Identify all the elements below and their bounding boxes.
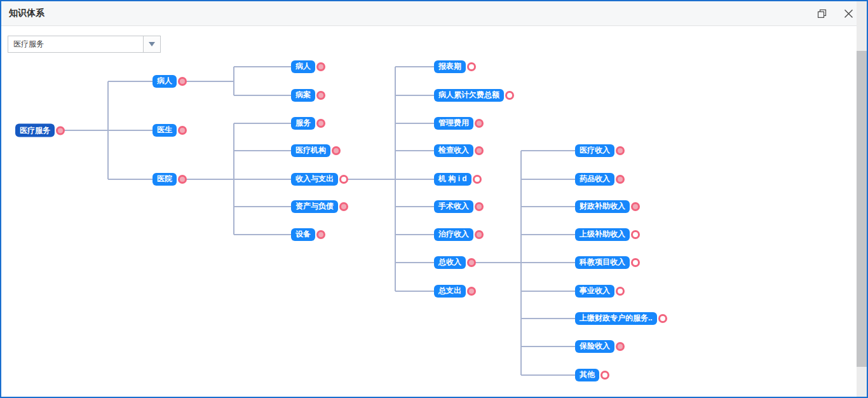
tree-node-label-superior-subsidy-income[interactable]: 上级补助收入 [575, 228, 630, 241]
tree-node-medical-income: 医疗收入 [575, 144, 625, 157]
tree-node-label-equipment[interactable]: 设备 [291, 228, 315, 241]
tree-node-medical-institution: 医疗机构 [291, 144, 341, 157]
dropdown-arrow-button[interactable] [143, 36, 160, 52]
tree-node-label-exam-income[interactable]: 检查收入 [434, 144, 473, 157]
tree-node-label-patient-group[interactable]: 病人 [153, 75, 177, 88]
window-title: 知识体系 [9, 8, 44, 19]
tree-node-drug-income: 药品收入 [575, 173, 625, 186]
node-expander-circle-treatment-income[interactable] [475, 230, 484, 239]
restore-window-button[interactable] [817, 8, 827, 18]
node-expander-circle-fiscal-subsidy-income[interactable] [631, 202, 640, 211]
tree-node-patient-group: 病人 [153, 75, 187, 88]
title-bar: 知识体系 [1, 1, 867, 26]
knowledge-domain-select[interactable]: 医疗服务 [8, 36, 161, 53]
tree-node-assets-liabilities: 资产与负债 [291, 200, 348, 213]
tree-node-sci-edu-project-income: 科教项目收入 [575, 256, 640, 269]
node-expander-circle-medical-institution[interactable] [332, 146, 341, 155]
tree-node-org-id: 机 构 i d [434, 173, 482, 186]
tree-node-label-insurance-income[interactable]: 保险收入 [575, 340, 614, 353]
node-expander-circle-patient-group[interactable] [178, 77, 187, 86]
window-controls [817, 8, 853, 18]
tree-node-label-career-income[interactable]: 事业收入 [575, 285, 614, 298]
tree-node-treatment-income: 治疗收入 [434, 228, 484, 241]
tree-node-service: 服务 [291, 117, 325, 130]
node-expander-circle-equipment[interactable] [316, 230, 325, 239]
tree-node-career-income: 事业收入 [575, 285, 625, 298]
scrollbar-thumb[interactable] [857, 51, 867, 367]
tree-node-label-medical-income[interactable]: 医疗收入 [575, 144, 614, 157]
chevron-down-icon [149, 42, 155, 46]
tree-node-exam-income: 检查收入 [434, 144, 484, 157]
node-expander-circle-doctor[interactable] [178, 126, 187, 135]
node-expander-circle-patient[interactable] [316, 62, 325, 71]
node-expander-circle-patient-arrears-total[interactable] [505, 91, 514, 100]
node-expander-circle-surgery-income[interactable] [475, 202, 484, 211]
node-expander-circle-career-income[interactable] [616, 287, 625, 296]
tree-node-root: 医疗服务 [15, 124, 65, 137]
tree-node-superior-subsidy-income: 上级补助收入 [575, 228, 640, 241]
tree-nodes-layer: 医疗服务病人医生医院病人病案服务医疗机构收入与支出资产与负债设备报表期病人累计欠… [0, 0, 868, 398]
node-expander-circle-insurance-income[interactable] [616, 342, 625, 351]
tree-node-label-surgery-income[interactable]: 手术收入 [434, 200, 473, 213]
tree-node-management-fee: 管理费用 [434, 117, 484, 130]
tree-node-label-total-expense[interactable]: 总支出 [434, 285, 466, 298]
tree-node-label-patient[interactable]: 病人 [291, 60, 315, 73]
tree-node-label-sci-edu-project-income[interactable]: 科教项目收入 [575, 256, 630, 269]
node-expander-circle-medical-income[interactable] [616, 146, 625, 155]
node-expander-circle-root[interactable] [56, 126, 65, 135]
tree-node-label-fiscal-account-service[interactable]: 上缴财政专户的服务.. [575, 312, 657, 325]
tree-node-label-other[interactable]: 其他 [575, 369, 599, 381]
tree-node-total-income: 总收入 [434, 256, 476, 269]
tree-node-label-root[interactable]: 医疗服务 [15, 124, 55, 137]
tree-node-total-expense: 总支出 [434, 285, 476, 298]
node-expander-circle-assets-liabilities[interactable] [339, 202, 348, 211]
node-expander-circle-medical-record[interactable] [316, 91, 325, 100]
node-expander-circle-total-expense[interactable] [467, 287, 476, 296]
tree-node-hospital: 医院 [153, 173, 187, 186]
tree-node-label-fiscal-subsidy-income[interactable]: 财政补助收入 [575, 200, 630, 213]
tree-node-label-drug-income[interactable]: 药品收入 [575, 173, 614, 186]
node-expander-circle-management-fee[interactable] [475, 119, 484, 128]
tree-node-label-treatment-income[interactable]: 治疗收入 [434, 228, 473, 241]
node-expander-circle-service[interactable] [316, 119, 325, 128]
tree-node-label-medical-institution[interactable]: 医疗机构 [291, 144, 330, 157]
tree-node-medical-record: 病案 [291, 89, 325, 102]
tree-node-fiscal-subsidy-income: 财政补助收入 [575, 200, 640, 213]
knowledge-system-window: 知识体系 医疗服务 医疗服务病人医生医院病人病案服务医疗机构收入与支出资产与负债… [0, 0, 868, 398]
tree-node-insurance-income: 保险收入 [575, 340, 625, 353]
node-expander-circle-superior-subsidy-income[interactable] [631, 230, 640, 239]
node-expander-circle-sci-edu-project-income[interactable] [631, 258, 640, 267]
node-expander-circle-other[interactable] [600, 371, 609, 380]
tree-node-label-hospital[interactable]: 医院 [153, 173, 177, 186]
tree-node-label-service[interactable]: 服务 [291, 117, 315, 130]
tree-node-label-management-fee[interactable]: 管理费用 [434, 117, 473, 130]
tree-node-surgery-income: 手术收入 [434, 200, 484, 213]
restore-icon [817, 9, 827, 18]
node-expander-circle-org-id[interactable] [473, 175, 482, 184]
node-expander-circle-fiscal-account-service[interactable] [658, 314, 667, 323]
node-expander-circle-exam-income[interactable] [475, 146, 484, 155]
node-expander-circle-income-expense[interactable] [339, 175, 348, 184]
tree-node-label-doctor[interactable]: 医生 [153, 124, 177, 137]
node-expander-circle-total-income[interactable] [467, 258, 476, 267]
tree-node-label-org-id[interactable]: 机 构 i d [434, 173, 471, 186]
tree-node-label-report-period[interactable]: 报表期 [434, 60, 466, 73]
tree-node-patient: 病人 [291, 60, 325, 73]
tree-node-label-income-expense[interactable]: 收入与支出 [291, 173, 338, 186]
tree-node-fiscal-account-service: 上缴财政专户的服务.. [575, 312, 667, 325]
tree-node-label-assets-liabilities[interactable]: 资产与负债 [291, 200, 338, 213]
node-expander-circle-report-period[interactable] [467, 62, 476, 71]
tree-node-income-expense: 收入与支出 [291, 173, 348, 186]
close-window-button[interactable] [843, 8, 853, 18]
node-expander-circle-hospital[interactable] [178, 175, 187, 184]
tree-node-label-total-income[interactable]: 总收入 [434, 256, 466, 269]
tree-node-other: 其他 [575, 369, 609, 381]
close-icon [844, 9, 853, 18]
knowledge-domain-value: 医疗服务 [8, 39, 143, 50]
tree-node-label-patient-arrears-total[interactable]: 病人累计欠费总额 [434, 89, 504, 102]
tree-node-equipment: 设备 [291, 228, 325, 241]
tree-node-report-period: 报表期 [434, 60, 476, 73]
node-expander-circle-drug-income[interactable] [616, 175, 625, 184]
vertical-scrollbar[interactable] [857, 1, 867, 397]
tree-node-label-medical-record[interactable]: 病案 [291, 89, 315, 102]
